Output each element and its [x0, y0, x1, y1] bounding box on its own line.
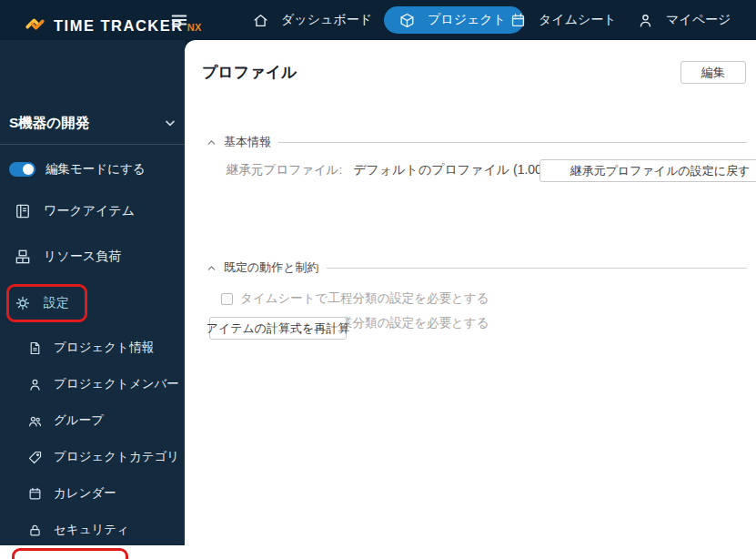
logo-title: TIME TRACKER — [54, 17, 184, 35]
inherit-profile-label: 継承元プロファイル: — [227, 162, 342, 178]
edit-button[interactable]: 編集 — [680, 61, 746, 84]
project-selector[interactable]: S機器の開発 — [0, 102, 185, 144]
section-divider — [278, 142, 747, 143]
sidebar-item-label: 設定 — [44, 295, 69, 311]
tab-mypage[interactable]: マイページ — [637, 0, 731, 40]
sidebar-item-calendar[interactable]: カレンダー — [0, 475, 185, 512]
section-default-behavior: 既定の動作と制約 — [207, 259, 747, 276]
sidebar-item-project-members[interactable]: プロジェクトメンバー — [0, 366, 185, 402]
tab-dashboard-label: ダッシュボード — [281, 12, 372, 28]
inherit-profile-row: 継承元プロファイル: デフォルトのプロファイル (1.00) — [227, 159, 547, 181]
sidebar-item-label: プロジェクトメンバー — [54, 376, 179, 392]
checkbox-unchecked-disabled[interactable] — [221, 293, 233, 305]
calendar-icon — [27, 486, 43, 502]
sidebar-item-profile-active[interactable]: プロファイル — [0, 545, 185, 559]
edit-mode-toggle[interactable]: 編集モードにする — [9, 161, 146, 178]
app-window: TIME TRACKER NX ダッシュボード プロジェクト タイムシート — [0, 0, 756, 559]
home-icon — [252, 12, 269, 29]
sidebar-item-settings[interactable]: 設定 — [0, 285, 185, 321]
resource-load-icon — [14, 248, 32, 266]
tab-project-label: プロジェクト — [428, 12, 506, 28]
cube-icon — [398, 12, 416, 29]
tab-timesheet[interactable]: タイムシート — [509, 0, 617, 40]
sidebar-item-security[interactable]: セキュリティ — [0, 512, 185, 548]
checkbox-label: タイムシートで工程分類の設定を必要とする — [240, 290, 489, 307]
sidebar-divider — [0, 144, 185, 145]
sidebar-item-resource-load[interactable]: リソース負荷 — [0, 239, 185, 275]
project-name: S機器の開発 — [9, 114, 89, 133]
sidebar-item-label: セキュリティ — [54, 522, 129, 538]
toggle-switch-on[interactable] — [9, 162, 35, 177]
person-icon — [27, 377, 43, 392]
sidebar-item-label: リソース負荷 — [44, 249, 121, 265]
inherit-profile-value: デフォルトのプロファイル (1.00) — [353, 162, 546, 178]
sidebar-item-label: プロジェクト情報 — [54, 340, 154, 356]
sidebar-item-work-items[interactable]: ワークアイテム — [0, 193, 185, 229]
sidebar-item-project-info[interactable]: プロジェクト情報 — [0, 330, 185, 366]
sidebar-item-groups[interactable]: グループ — [0, 402, 185, 439]
page-title: プロファイル — [202, 62, 297, 83]
edit-mode-toggle-label: 編集モードにする — [45, 161, 146, 178]
gear-icon — [14, 294, 32, 312]
workitem-icon — [14, 202, 32, 220]
chevron-down-icon — [163, 116, 177, 130]
sidebar-item-label: グループ — [54, 412, 104, 429]
tab-project-active[interactable]: プロジェクト — [384, 6, 524, 34]
document-icon — [27, 340, 43, 356]
group-icon — [27, 413, 43, 429]
sidebar-item-project-categories[interactable]: プロジェクトカテゴリ — [0, 439, 185, 475]
tag-icon — [27, 450, 43, 465]
require-process-category-row: タイムシートで工程分類の設定を必要とする — [221, 290, 489, 307]
section-basic-info: 基本情報 — [207, 134, 747, 150]
tab-timesheet-label: タイムシート — [539, 12, 617, 28]
sidebar-item-label: プロジェクトカテゴリ — [54, 449, 179, 465]
sidebar-item-label: カレンダー — [54, 485, 116, 502]
section-heading: 基本情報 — [224, 134, 271, 150]
reset-to-inherited-button[interactable]: 継承元プロファイルの設定に戻す — [539, 159, 756, 182]
tab-mypage-label: マイページ — [666, 12, 731, 28]
section-divider — [327, 268, 747, 269]
lock-icon — [27, 523, 43, 538]
top-navigation-bar: TIME TRACKER NX ダッシュボード プロジェクト タイムシート — [0, 0, 756, 40]
collapse-chevron-icon[interactable] — [207, 137, 217, 147]
timetracker-logo-icon — [24, 13, 46, 36]
person-icon — [637, 12, 654, 29]
calendar-icon — [509, 12, 527, 29]
sidebar: S機器の開発 編集モードにする ワークアイテム リソース負荷 — [0, 40, 185, 559]
recalculate-formulas-button[interactable]: アイテムの計算式を再計算 — [209, 317, 347, 340]
menu-icon[interactable] — [169, 9, 189, 31]
section-heading: 既定の動作と制約 — [224, 259, 319, 276]
sidebar-item-label: ワークアイテム — [44, 203, 135, 219]
logo-suffix: NX — [187, 22, 202, 33]
tab-dashboard[interactable]: ダッシュボード — [252, 0, 372, 40]
main-content-panel: プロファイル 編集 基本情報 継承元プロファイル: デフォルトのプロファイル (… — [185, 40, 756, 559]
collapse-chevron-icon[interactable] — [207, 263, 217, 273]
